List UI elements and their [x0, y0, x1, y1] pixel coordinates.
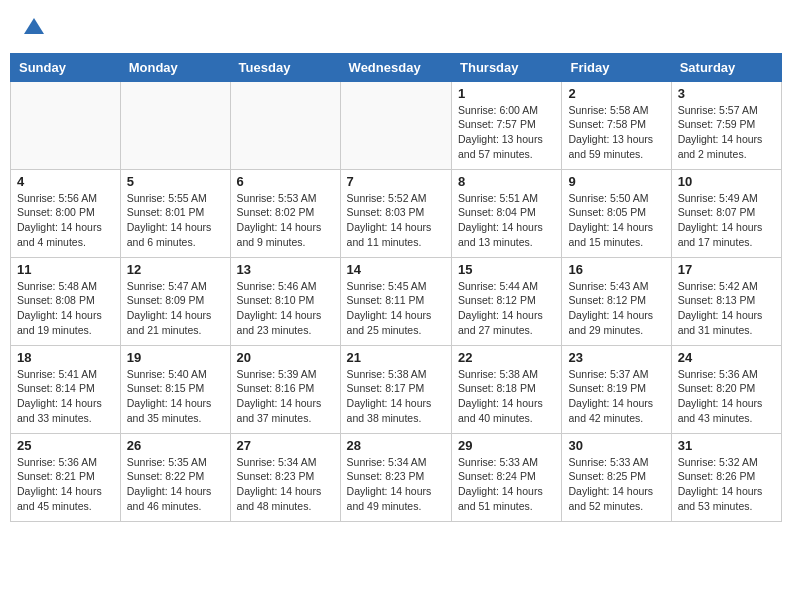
- day-info: Sunrise: 5:38 AM Sunset: 8:18 PM Dayligh…: [458, 367, 555, 426]
- calendar-cell: [230, 81, 340, 169]
- calendar-cell: 21Sunrise: 5:38 AM Sunset: 8:17 PM Dayli…: [340, 345, 451, 433]
- day-number: 27: [237, 438, 334, 453]
- day-info: Sunrise: 5:41 AM Sunset: 8:14 PM Dayligh…: [17, 367, 114, 426]
- day-number: 6: [237, 174, 334, 189]
- day-info: Sunrise: 5:55 AM Sunset: 8:01 PM Dayligh…: [127, 191, 224, 250]
- day-number: 16: [568, 262, 664, 277]
- day-info: Sunrise: 5:43 AM Sunset: 8:12 PM Dayligh…: [568, 279, 664, 338]
- calendar-cell: 19Sunrise: 5:40 AM Sunset: 8:15 PM Dayli…: [120, 345, 230, 433]
- calendar-cell: 13Sunrise: 5:46 AM Sunset: 8:10 PM Dayli…: [230, 257, 340, 345]
- calendar-wrapper: SundayMondayTuesdayWednesdayThursdayFrid…: [0, 53, 792, 532]
- weekday-header-sunday: Sunday: [11, 53, 121, 81]
- day-number: 9: [568, 174, 664, 189]
- day-info: Sunrise: 5:46 AM Sunset: 8:10 PM Dayligh…: [237, 279, 334, 338]
- day-number: 20: [237, 350, 334, 365]
- day-info: Sunrise: 5:58 AM Sunset: 7:58 PM Dayligh…: [568, 103, 664, 162]
- day-number: 12: [127, 262, 224, 277]
- day-number: 7: [347, 174, 445, 189]
- day-info: Sunrise: 5:49 AM Sunset: 8:07 PM Dayligh…: [678, 191, 775, 250]
- day-number: 18: [17, 350, 114, 365]
- day-info: Sunrise: 5:47 AM Sunset: 8:09 PM Dayligh…: [127, 279, 224, 338]
- day-info: Sunrise: 5:33 AM Sunset: 8:24 PM Dayligh…: [458, 455, 555, 514]
- day-number: 15: [458, 262, 555, 277]
- calendar-cell: 16Sunrise: 5:43 AM Sunset: 8:12 PM Dayli…: [562, 257, 671, 345]
- calendar-cell: 7Sunrise: 5:52 AM Sunset: 8:03 PM Daylig…: [340, 169, 451, 257]
- logo: [20, 16, 46, 45]
- day-info: Sunrise: 5:36 AM Sunset: 8:21 PM Dayligh…: [17, 455, 114, 514]
- day-info: Sunrise: 5:44 AM Sunset: 8:12 PM Dayligh…: [458, 279, 555, 338]
- day-number: 8: [458, 174, 555, 189]
- day-number: 5: [127, 174, 224, 189]
- weekday-header-wednesday: Wednesday: [340, 53, 451, 81]
- calendar-cell: 20Sunrise: 5:39 AM Sunset: 8:16 PM Dayli…: [230, 345, 340, 433]
- calendar-cell: 4Sunrise: 5:56 AM Sunset: 8:00 PM Daylig…: [11, 169, 121, 257]
- day-number: 25: [17, 438, 114, 453]
- calendar-week-2: 4Sunrise: 5:56 AM Sunset: 8:00 PM Daylig…: [11, 169, 782, 257]
- calendar-cell: 2Sunrise: 5:58 AM Sunset: 7:58 PM Daylig…: [562, 81, 671, 169]
- weekday-header-thursday: Thursday: [452, 53, 562, 81]
- calendar-cell: [11, 81, 121, 169]
- day-info: Sunrise: 5:34 AM Sunset: 8:23 PM Dayligh…: [237, 455, 334, 514]
- day-info: Sunrise: 5:40 AM Sunset: 8:15 PM Dayligh…: [127, 367, 224, 426]
- weekday-header-friday: Friday: [562, 53, 671, 81]
- day-info: Sunrise: 5:45 AM Sunset: 8:11 PM Dayligh…: [347, 279, 445, 338]
- calendar-cell: 3Sunrise: 5:57 AM Sunset: 7:59 PM Daylig…: [671, 81, 781, 169]
- calendar-week-3: 11Sunrise: 5:48 AM Sunset: 8:08 PM Dayli…: [11, 257, 782, 345]
- day-info: Sunrise: 5:53 AM Sunset: 8:02 PM Dayligh…: [237, 191, 334, 250]
- weekday-header-monday: Monday: [120, 53, 230, 81]
- day-number: 1: [458, 86, 555, 101]
- day-info: Sunrise: 5:50 AM Sunset: 8:05 PM Dayligh…: [568, 191, 664, 250]
- calendar-cell: 31Sunrise: 5:32 AM Sunset: 8:26 PM Dayli…: [671, 433, 781, 521]
- day-number: 19: [127, 350, 224, 365]
- day-number: 4: [17, 174, 114, 189]
- calendar-cell: 26Sunrise: 5:35 AM Sunset: 8:22 PM Dayli…: [120, 433, 230, 521]
- day-info: Sunrise: 5:37 AM Sunset: 8:19 PM Dayligh…: [568, 367, 664, 426]
- calendar-cell: 25Sunrise: 5:36 AM Sunset: 8:21 PM Dayli…: [11, 433, 121, 521]
- weekday-header-tuesday: Tuesday: [230, 53, 340, 81]
- calendar-week-4: 18Sunrise: 5:41 AM Sunset: 8:14 PM Dayli…: [11, 345, 782, 433]
- calendar-week-1: 1Sunrise: 6:00 AM Sunset: 7:57 PM Daylig…: [11, 81, 782, 169]
- day-info: Sunrise: 6:00 AM Sunset: 7:57 PM Dayligh…: [458, 103, 555, 162]
- day-number: 14: [347, 262, 445, 277]
- calendar-cell: 5Sunrise: 5:55 AM Sunset: 8:01 PM Daylig…: [120, 169, 230, 257]
- calendar-week-5: 25Sunrise: 5:36 AM Sunset: 8:21 PM Dayli…: [11, 433, 782, 521]
- calendar-cell: 17Sunrise: 5:42 AM Sunset: 8:13 PM Dayli…: [671, 257, 781, 345]
- day-number: 23: [568, 350, 664, 365]
- calendar-cell: [340, 81, 451, 169]
- svg-marker-0: [24, 18, 44, 34]
- calendar-cell: 28Sunrise: 5:34 AM Sunset: 8:23 PM Dayli…: [340, 433, 451, 521]
- day-info: Sunrise: 5:42 AM Sunset: 8:13 PM Dayligh…: [678, 279, 775, 338]
- day-number: 29: [458, 438, 555, 453]
- day-info: Sunrise: 5:32 AM Sunset: 8:26 PM Dayligh…: [678, 455, 775, 514]
- day-number: 30: [568, 438, 664, 453]
- day-number: 26: [127, 438, 224, 453]
- calendar-cell: 6Sunrise: 5:53 AM Sunset: 8:02 PM Daylig…: [230, 169, 340, 257]
- day-number: 11: [17, 262, 114, 277]
- day-number: 10: [678, 174, 775, 189]
- day-number: 28: [347, 438, 445, 453]
- page-header: [0, 0, 792, 53]
- day-number: 31: [678, 438, 775, 453]
- day-info: Sunrise: 5:51 AM Sunset: 8:04 PM Dayligh…: [458, 191, 555, 250]
- weekday-header-saturday: Saturday: [671, 53, 781, 81]
- calendar-cell: 18Sunrise: 5:41 AM Sunset: 8:14 PM Dayli…: [11, 345, 121, 433]
- calendar-cell: 22Sunrise: 5:38 AM Sunset: 8:18 PM Dayli…: [452, 345, 562, 433]
- weekday-row: SundayMondayTuesdayWednesdayThursdayFrid…: [11, 53, 782, 81]
- day-info: Sunrise: 5:48 AM Sunset: 8:08 PM Dayligh…: [17, 279, 114, 338]
- calendar-cell: 29Sunrise: 5:33 AM Sunset: 8:24 PM Dayli…: [452, 433, 562, 521]
- calendar-cell: 12Sunrise: 5:47 AM Sunset: 8:09 PM Dayli…: [120, 257, 230, 345]
- day-number: 13: [237, 262, 334, 277]
- calendar-cell: 9Sunrise: 5:50 AM Sunset: 8:05 PM Daylig…: [562, 169, 671, 257]
- calendar-body: 1Sunrise: 6:00 AM Sunset: 7:57 PM Daylig…: [11, 81, 782, 521]
- day-number: 21: [347, 350, 445, 365]
- calendar-cell: 23Sunrise: 5:37 AM Sunset: 8:19 PM Dayli…: [562, 345, 671, 433]
- day-info: Sunrise: 5:33 AM Sunset: 8:25 PM Dayligh…: [568, 455, 664, 514]
- day-info: Sunrise: 5:36 AM Sunset: 8:20 PM Dayligh…: [678, 367, 775, 426]
- logo-icon: [22, 16, 46, 40]
- calendar-cell: [120, 81, 230, 169]
- calendar-cell: 8Sunrise: 5:51 AM Sunset: 8:04 PM Daylig…: [452, 169, 562, 257]
- calendar-cell: 15Sunrise: 5:44 AM Sunset: 8:12 PM Dayli…: [452, 257, 562, 345]
- calendar-cell: 27Sunrise: 5:34 AM Sunset: 8:23 PM Dayli…: [230, 433, 340, 521]
- day-number: 22: [458, 350, 555, 365]
- calendar-cell: 1Sunrise: 6:00 AM Sunset: 7:57 PM Daylig…: [452, 81, 562, 169]
